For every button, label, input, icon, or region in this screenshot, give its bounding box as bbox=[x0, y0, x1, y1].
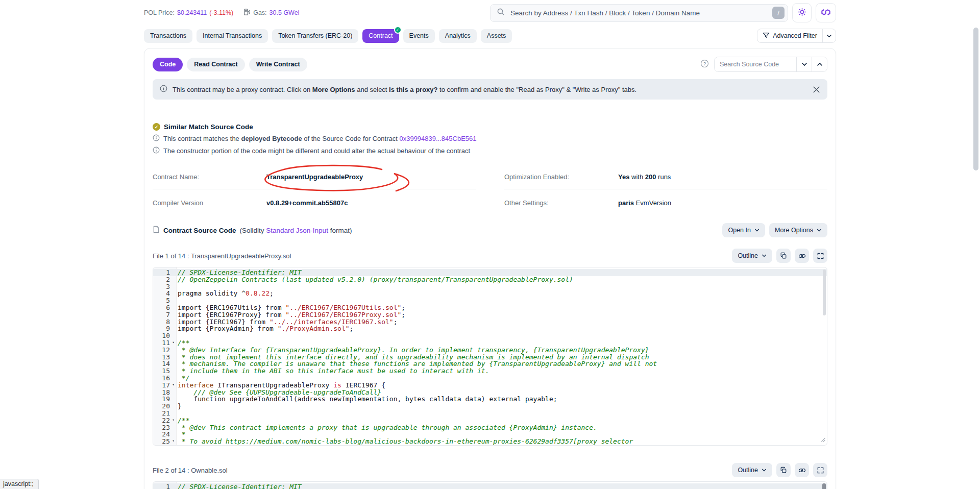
code-editor[interactable]: 1// SPDX-License-Identifier: MIT2// Open… bbox=[153, 267, 827, 446]
search-prev-chevron-down-icon[interactable] bbox=[796, 57, 812, 71]
code-line: 5 bbox=[153, 297, 827, 304]
gas-value[interactable]: 30.5 GWei bbox=[270, 9, 300, 16]
inline-link[interactable]: 0x39994839...845CbE561 bbox=[399, 135, 476, 142]
fold-spacer bbox=[170, 483, 177, 489]
close-icon[interactable] bbox=[813, 86, 820, 93]
code-text bbox=[177, 297, 178, 304]
fold-spacer bbox=[170, 269, 177, 276]
subtab-write-contract[interactable]: Write Contract bbox=[249, 58, 307, 71]
fold-spacer bbox=[170, 297, 177, 304]
more-options-button[interactable]: More Options bbox=[769, 223, 827, 237]
global-search: / bbox=[490, 4, 788, 22]
code-text bbox=[177, 332, 178, 339]
fullscreen-button[interactable] bbox=[813, 463, 827, 477]
code-text: // SPDX-License-Identifier: MIT bbox=[177, 483, 302, 489]
source-search-input[interactable] bbox=[715, 57, 796, 71]
tab-list: TransactionsInternal TransactionsToken T… bbox=[144, 29, 757, 43]
subtab-read-contract[interactable]: Read Contract bbox=[187, 58, 244, 71]
fold-spacer bbox=[170, 332, 177, 339]
open-in-button[interactable]: Open In bbox=[722, 223, 765, 237]
tab-transactions[interactable]: Transactions bbox=[144, 29, 192, 43]
line-number: 17 bbox=[153, 382, 170, 389]
line-number: 14 bbox=[153, 360, 170, 368]
outline-button[interactable]: Outline bbox=[732, 249, 772, 263]
code-text: function upgradeToAndCall(address newImp… bbox=[177, 396, 557, 403]
fold-arrow-icon[interactable]: ▾ bbox=[170, 417, 177, 424]
code-line: 13 * does not implement this interface d… bbox=[153, 354, 827, 361]
permalink-button[interactable] bbox=[795, 463, 809, 477]
tab-analytics[interactable]: Analytics bbox=[439, 29, 477, 43]
copy-button[interactable] bbox=[776, 463, 791, 477]
code-editor[interactable]: 1// SPDX-License-Identifier: MIT2// Open… bbox=[153, 481, 827, 489]
theme-toggle-button[interactable] bbox=[792, 3, 812, 22]
fullscreen-button[interactable] bbox=[813, 249, 827, 263]
inline-link[interactable]: Standard Json-Input bbox=[266, 227, 328, 234]
text-segment: 200 bbox=[645, 173, 656, 181]
code-text bbox=[177, 410, 178, 417]
code-line: 6import {ERC1967Utils} from "../ERC1967/… bbox=[153, 304, 827, 311]
collapse-chevron-up-icon[interactable] bbox=[812, 57, 827, 71]
source-files: File 1 of 14 : TransparentUpgradeablePro… bbox=[153, 249, 827, 489]
code-line: 24 * bbox=[153, 431, 827, 438]
file-actions: Outline bbox=[732, 249, 827, 263]
advanced-filter-caret[interactable] bbox=[822, 29, 836, 42]
pol-price-label: POL Price: bbox=[144, 9, 175, 16]
code-text: * @dev This contract implements a proxy … bbox=[177, 424, 597, 431]
code-line: 11▾/** bbox=[153, 339, 827, 347]
line-number: 6 bbox=[153, 304, 170, 311]
code-line: 9import {ProxyAdmin} from "./ProxyAdmin.… bbox=[153, 325, 827, 332]
code-line: 10 bbox=[153, 332, 827, 339]
code-text: /** bbox=[177, 417, 189, 424]
metadata-row-contract-name: Contract Name:TransparentUpgradeableProx… bbox=[153, 167, 476, 189]
tab-assets[interactable]: Assets bbox=[481, 29, 512, 43]
fold-arrow-icon[interactable]: ▾ bbox=[170, 438, 177, 445]
page-scrollbar[interactable] bbox=[973, 28, 978, 170]
pol-price-value[interactable]: $0.243411 bbox=[177, 9, 207, 16]
contract-metadata: Contract Name:TransparentUpgradeableProx… bbox=[153, 167, 827, 207]
help-icon[interactable]: ? bbox=[700, 59, 709, 70]
code-text: // SPDX-License-Identifier: MIT bbox=[177, 269, 302, 276]
line-number: 8 bbox=[153, 319, 170, 326]
code-text: * To avoid https://medium.com/nomic-labs… bbox=[177, 438, 633, 445]
code-line: 20} bbox=[153, 403, 827, 410]
outline-button[interactable]: Outline bbox=[732, 463, 772, 477]
source-code-format: (Solidity Standard Json-Input format) bbox=[240, 227, 352, 234]
advanced-filter-main[interactable]: Advanced Filter bbox=[757, 29, 822, 42]
resize-grip[interactable] bbox=[820, 436, 825, 444]
editor-scrollbar[interactable] bbox=[822, 483, 826, 489]
permalink-button[interactable] bbox=[795, 249, 809, 263]
file-header-row: File 2 of 14 : Ownable.solOutline bbox=[153, 463, 827, 477]
copy-button[interactable] bbox=[776, 249, 791, 263]
tab-events[interactable]: Events bbox=[403, 29, 435, 43]
tab-internal-transactions[interactable]: Internal Transactions bbox=[197, 29, 268, 43]
text-segment: and select bbox=[355, 86, 389, 93]
more-options-label: More Options bbox=[775, 227, 813, 234]
tab-contract[interactable]: Contract✓ bbox=[362, 29, 399, 43]
editor-scrollbar[interactable] bbox=[823, 270, 826, 315]
code-text: * does not implement this interface dire… bbox=[177, 354, 649, 361]
fold-spacer bbox=[170, 304, 177, 311]
code-text: pragma solidity ^0.8.22; bbox=[177, 290, 274, 297]
info-icon bbox=[160, 85, 167, 94]
fold-arrow-icon[interactable]: ▾ bbox=[170, 339, 177, 347]
search-input[interactable] bbox=[509, 9, 768, 17]
sun-icon bbox=[798, 8, 806, 18]
metadata-right-column: Optimization Enabled:Yes with 200 runsOt… bbox=[504, 167, 827, 207]
code-text: // OpenZeppelin Contracts (last updated … bbox=[177, 276, 573, 283]
text-segment: (Solidity bbox=[240, 227, 266, 234]
tab-token-transfers-erc-20[interactable]: Token Transfers (ERC-20) bbox=[272, 29, 358, 43]
code-text: */ bbox=[177, 375, 189, 382]
code-line: 21 bbox=[153, 410, 827, 417]
fold-spacer bbox=[170, 396, 177, 403]
address-tabs-row: TransactionsInternal TransactionsToken T… bbox=[144, 29, 836, 43]
fold-arrow-icon[interactable]: ▾ bbox=[170, 382, 177, 389]
contract-subtabs: Code Read Contract Write Contract bbox=[153, 58, 307, 71]
network-logo-button[interactable] bbox=[816, 3, 836, 22]
contract-card: Code Read Contract Write Contract ? bbox=[144, 48, 836, 489]
verified-badge-icon: ✓ bbox=[394, 26, 402, 34]
subtab-code[interactable]: Code bbox=[153, 58, 183, 71]
svg-text:?: ? bbox=[703, 61, 706, 66]
bytecode-match-text: This contract matches the deployed Bytec… bbox=[163, 135, 477, 142]
metadata-label: Optimization Enabled: bbox=[504, 173, 618, 181]
line-number: 10 bbox=[153, 332, 170, 339]
